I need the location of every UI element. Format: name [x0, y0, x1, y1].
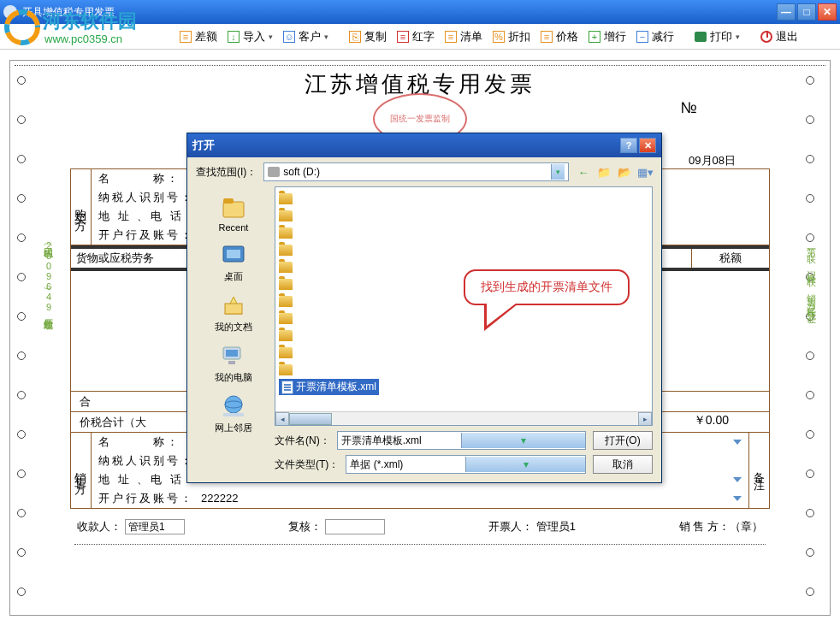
file-item-selected[interactable]: 开票清单模板.xml — [279, 379, 379, 395]
signature-row: 收款人： 复核： 开票人：管理员1 销 售 方：（章） — [70, 519, 770, 534]
look-in-value: soft (D:) — [283, 166, 547, 178]
seller-addr-label: 地 址 、电 话： — [98, 472, 198, 487]
folder-icon — [279, 330, 293, 341]
horizontal-scrollbar[interactable]: ◂ ▸ — [275, 411, 652, 425]
file-list[interactable]: 开票清单模板.xml 找到生成的开票清单文件 ◂ ▸ — [275, 186, 653, 426]
folder-item[interactable] — [279, 208, 373, 223]
remark-side-label: 备注 — [748, 433, 769, 508]
place-computer[interactable]: 我的电脑 — [196, 340, 271, 386]
buyer-bank-label: 开户行及账号： — [98, 227, 194, 243]
print-button[interactable]: 打印▾ — [695, 29, 740, 44]
svg-rect-13 — [223, 413, 244, 416]
buyer-name-label: 名 称： — [98, 171, 180, 186]
seller-taxno-label: 纳税人识别号： — [98, 453, 194, 469]
documents-icon — [220, 292, 247, 319]
maximize-button[interactable]: □ — [797, 3, 816, 21]
folder-item[interactable] — [279, 362, 373, 377]
place-network[interactable]: 网上邻居 — [196, 391, 271, 436]
folder-icon — [279, 193, 293, 204]
folder-item[interactable] — [279, 191, 373, 206]
open-file-dialog: 打开 ? ✕ 查找范围(I)： soft (D:) ▾ ← 📁 📂 ▦▾ — [186, 133, 662, 483]
window-titlebar: 开具增值税专用发票 — □ ✕ — [0, 0, 840, 24]
scroll-left-icon[interactable]: ◂ — [275, 412, 289, 426]
cancel-button[interactable]: 取消 — [593, 455, 653, 474]
filetype-value: 单据 (*.xml) — [346, 458, 465, 472]
place-recent[interactable]: Recent — [196, 192, 271, 234]
dropdown-icon[interactable] — [733, 440, 742, 445]
perforation — [15, 65, 825, 66]
look-in-label: 查找范围(I)： — [196, 165, 257, 180]
copy-button[interactable]: ⎘复制 — [349, 29, 387, 44]
scroll-thumb[interactable] — [289, 413, 332, 425]
folder-icon — [279, 313, 293, 324]
discount-button[interactable]: %折扣 — [493, 29, 530, 44]
folder-item[interactable] — [279, 345, 373, 360]
payee-label: 收款人： — [77, 519, 121, 534]
folder-item[interactable] — [279, 310, 373, 326]
svg-rect-3 — [223, 198, 234, 204]
customer-button[interactable]: ☺客户▾ — [283, 29, 328, 44]
diff-button[interactable]: ≡差额 — [180, 29, 217, 44]
sprocket-left — [17, 61, 34, 615]
folder-item[interactable] — [279, 259, 373, 275]
window-title: 开具增值税专用发票 — [22, 5, 777, 20]
scroll-right-icon[interactable]: ▸ — [638, 412, 652, 426]
folder-item[interactable] — [279, 242, 373, 257]
view-menu-icon[interactable]: ▦▾ — [637, 164, 653, 180]
open-button[interactable]: 打开(O) — [593, 431, 653, 450]
import-button[interactable]: ↓导入▾ — [228, 29, 273, 44]
payee-input[interactable] — [125, 519, 185, 534]
exit-button[interactable]: 退出 — [760, 29, 798, 44]
up-folder-icon[interactable]: 📁 — [596, 164, 612, 180]
folder-icon — [279, 364, 293, 375]
chevron-down-icon[interactable]: ▾ — [461, 433, 585, 448]
seller-seal-label: 销 售 方：（章） — [679, 519, 763, 534]
desktop-icon — [220, 241, 247, 269]
filename-label: 文件名(N)： — [275, 434, 330, 448]
dialog-close-button[interactable]: ✕ — [639, 138, 656, 153]
svg-rect-7 — [225, 304, 242, 314]
left-vertical-note: 国税函〔2009〕649号北京印钞厂 — [39, 240, 55, 312]
folder-item[interactable] — [279, 225, 373, 240]
drawer-label: 开票人： — [488, 519, 533, 534]
folder-item[interactable] — [279, 276, 373, 292]
dropdown-icon[interactable] — [733, 496, 742, 501]
folder-icon — [279, 262, 293, 273]
price-button[interactable]: ≡价格 — [541, 29, 578, 44]
minimize-button[interactable]: — — [777, 3, 796, 21]
svg-rect-5 — [227, 250, 240, 258]
folder-item[interactable] — [279, 328, 373, 343]
folder-icon — [279, 227, 293, 239]
place-documents[interactable]: 我的文档 — [196, 290, 271, 335]
chevron-down-icon[interactable]: ▾ — [551, 164, 565, 180]
dropdown-icon[interactable] — [733, 477, 742, 482]
drive-icon — [268, 167, 280, 177]
filetype-combo[interactable]: 单据 (*.xml) ▾ — [346, 455, 586, 474]
look-in-combo[interactable]: soft (D:) ▾ — [263, 162, 569, 181]
filename-combo[interactable]: 开票清单模板.xml ▾ — [337, 431, 586, 450]
chevron-down-icon[interactable]: ▾ — [465, 457, 585, 472]
folder-icon — [279, 296, 293, 307]
red-button[interactable]: ≡红字 — [397, 29, 435, 44]
back-icon[interactable]: ← — [576, 164, 591, 180]
addrow-button[interactable]: +增行 — [589, 29, 626, 44]
seller-name-label: 名 称： — [98, 434, 180, 450]
folder-icon — [279, 210, 293, 221]
new-folder-icon[interactable]: 📂 — [617, 164, 632, 180]
filetype-label: 文件类型(T)： — [275, 458, 339, 472]
list-button[interactable]: ≡清单 — [445, 29, 482, 44]
dialog-titlebar[interactable]: 打开 ? ✕ — [187, 133, 661, 157]
delrow-button[interactable]: −减行 — [636, 29, 674, 44]
print-icon — [695, 32, 707, 42]
seller-bank-input[interactable] — [198, 492, 730, 505]
toolbar: ≡差额 ↓导入▾ ☺客户▾ ⎘复制 ≡红字 ≡清单 %折扣 ≡价格 +增行 −减… — [0, 24, 840, 50]
close-button[interactable]: ✕ — [818, 3, 837, 21]
buyer-addr-label: 地 址 、电 话： — [98, 209, 198, 224]
dialog-help-button[interactable]: ? — [620, 138, 637, 153]
place-desktop[interactable]: 桌面 — [196, 239, 271, 285]
xml-file-icon — [281, 381, 293, 394]
svg-rect-2 — [223, 202, 244, 217]
folder-item[interactable] — [279, 293, 373, 309]
reviewer-input[interactable] — [325, 519, 385, 534]
filename-value: 开票清单模板.xml — [338, 434, 461, 448]
